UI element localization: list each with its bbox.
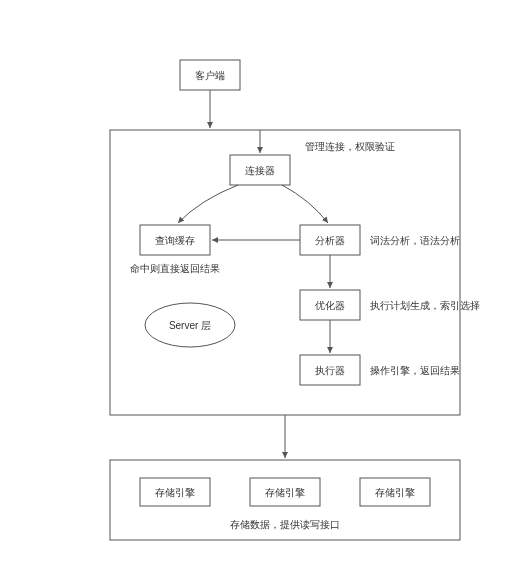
server-layer-label: Server 层 (169, 320, 211, 331)
architecture-diagram: 客户端 连接器 管理连接，权限验证 查询缓存 命中则直接返回结果 分析器 词法分… (0, 0, 512, 577)
storage-annotation: 存储数据，提供读写接口 (230, 519, 340, 530)
node-connector-label: 连接器 (245, 165, 275, 176)
cache-annotation: 命中则直接返回结果 (130, 263, 220, 274)
node-storage-1-label: 存储引擎 (155, 487, 195, 498)
executor-annotation: 操作引擎，返回结果 (370, 365, 460, 376)
node-optimizer-label: 优化器 (315, 300, 345, 311)
optimizer-annotation: 执行计划生成，索引选择 (370, 300, 480, 311)
node-executor-label: 执行器 (315, 365, 345, 376)
node-cache-label: 查询缓存 (155, 235, 195, 246)
connector-annotation: 管理连接，权限验证 (305, 141, 395, 152)
node-storage-3-label: 存储引擎 (375, 487, 415, 498)
node-storage-2-label: 存储引擎 (265, 487, 305, 498)
node-client-label: 客户端 (195, 70, 225, 81)
node-analyzer-label: 分析器 (315, 235, 345, 246)
analyzer-annotation: 词法分析，语法分析 (370, 235, 460, 246)
